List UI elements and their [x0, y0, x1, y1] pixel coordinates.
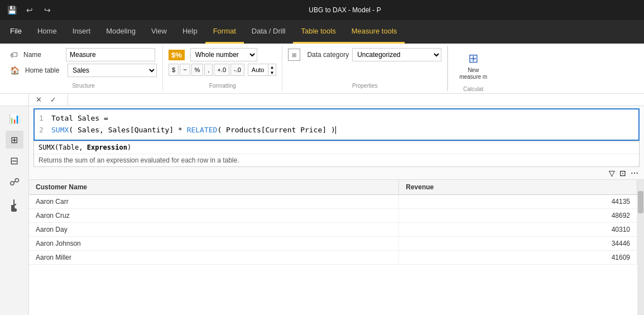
code-sumx: SUMX: [51, 126, 69, 134]
autocomplete-syntax: SUMX(Table, Expression): [34, 141, 639, 154]
expand-button[interactable]: ⊡: [619, 169, 626, 178]
spin-buttons: ▲ ▼: [268, 64, 276, 75]
name-input[interactable]: [66, 48, 155, 61]
new-measure-label: Newmeasure m: [459, 67, 487, 80]
sidebar-model-icon[interactable]: ⊟: [6, 152, 23, 170]
ribbon-group-structure: 🏷 Name 🏠 Home table Sales Structure: [4, 46, 163, 91]
col-revenue: Revenue: [399, 180, 637, 195]
spin-up-button[interactable]: ▲: [268, 64, 276, 70]
code-paren: ( Sales, Sales[Quantity] *: [69, 126, 186, 134]
menu-insert[interactable]: Insert: [65, 20, 99, 44]
undo-icon[interactable]: ↩: [25, 5, 35, 15]
properties-label: Properties: [288, 80, 441, 89]
autocomplete-popup: SUMX(Table, Expression) Returns the sum …: [33, 141, 640, 167]
format-type-row: $% Whole numberDecimal numberCurrencyPer…: [169, 48, 276, 61]
home-table-select[interactable]: Sales: [68, 64, 157, 77]
titlebar: 💾 ↩ ↪ UBG to DAX - Model - P: [0, 0, 644, 20]
table-toolbar: ▽ ⊡ ⋯: [29, 167, 644, 180]
customer-name-cell: Aaron Cruz: [29, 208, 399, 222]
formula-check-area: ✕ ✓: [29, 94, 68, 106]
new-measure-button[interactable]: ⊞ Newmeasure m: [454, 48, 493, 84]
table-row: Aaron Miller 41609: [29, 250, 637, 264]
tilde-button[interactable]: ~: [180, 64, 190, 76]
cancel-formula-button[interactable]: ✕: [32, 94, 45, 106]
left-sidebar: 📊 ⊞ ⊟ ☍: [0, 106, 29, 315]
editor-line-2: 2 SUMX( Sales, Sales[Quantity] * RELATED…: [39, 125, 634, 136]
menu-help[interactable]: Help: [175, 20, 205, 44]
customer-name-cell: Aaron Miller: [29, 250, 399, 264]
data-table-area: Customer Name Revenue Aaron Carr 44135 A…: [29, 180, 637, 315]
auto-spin-group: Auto ▲ ▼: [248, 64, 277, 76]
percent-button[interactable]: %: [191, 64, 204, 76]
autocomplete-func-name: SUMX(Table,: [39, 144, 87, 151]
menu-home[interactable]: Home: [30, 20, 65, 44]
decimal-inc-button[interactable]: +.0: [214, 64, 229, 76]
customer-name-cell: Aaron Day: [29, 222, 399, 236]
ribbon-group-formatting: $% Whole numberDecimal numberCurrencyPer…: [163, 46, 282, 91]
data-category-row: ⊞ Data category Uncategorized: [288, 48, 441, 61]
table-row: Aaron Carr 44135: [29, 194, 637, 208]
calculations-label: Calculat: [454, 84, 493, 92]
vertical-scrollbar[interactable]: [637, 180, 644, 315]
structure-label: Structure: [10, 80, 157, 89]
menu-data-drill[interactable]: Data / Drill: [244, 20, 294, 44]
dollar-button[interactable]: $: [169, 64, 179, 76]
sidebar-dax-icon[interactable]: ☍: [6, 173, 23, 191]
format-currency-icon: $%: [169, 50, 185, 60]
code-line-1: Total Sales =: [51, 113, 108, 125]
redo-icon[interactable]: ↪: [42, 5, 52, 15]
new-measure-icon: ⊞: [468, 51, 478, 66]
format-type-select[interactable]: Whole numberDecimal numberCurrencyPercen…: [190, 48, 257, 61]
home-table-label: Home table: [25, 66, 64, 74]
spin-down-button[interactable]: ▼: [268, 70, 276, 75]
more-options-button[interactable]: ⋯: [631, 169, 638, 178]
filter-button[interactable]: ▽: [609, 169, 615, 178]
revenue-cell: 41609: [399, 250, 637, 264]
menu-file[interactable]: File: [2, 20, 30, 44]
cursor-hand-icon: [6, 197, 23, 214]
auto-value: Auto: [248, 66, 268, 73]
formatting-controls: $% Whole numberDecimal numberCurrencyPer…: [169, 48, 276, 80]
save-icon[interactable]: 💾: [7, 5, 17, 15]
window-title: UBG to DAX - Model - P: [309, 6, 381, 14]
table-header-row: Customer Name Revenue: [29, 180, 637, 195]
structure-controls: 🏷 Name 🏠 Home table Sales: [10, 48, 157, 80]
menu-table-tools[interactable]: Table tools: [293, 20, 343, 44]
text-cursor: [335, 126, 336, 134]
decimal-dec-button[interactable]: -.0: [230, 64, 244, 76]
line-number-1: 1: [39, 113, 47, 125]
ribbon: 🏷 Name 🏠 Home table Sales Structure $% W…: [0, 44, 644, 94]
table-row: Aaron Day 40310: [29, 222, 637, 236]
home-table-icon: 🏠: [10, 66, 20, 75]
name-row: 🏷 Name: [10, 48, 157, 61]
code-related: RELATED: [187, 126, 218, 134]
ribbon-group-properties: ⊞ Data category Uncategorized Properties: [282, 46, 448, 91]
section-labels-bar: ✕ ✓: [0, 94, 644, 106]
sidebar-table-icon[interactable]: ⊞: [6, 131, 23, 149]
sidebar-spacer: [0, 94, 29, 106]
sidebar-report-icon[interactable]: 📊: [6, 109, 23, 127]
formula-editor[interactable]: 1 Total Sales = 2 SUMX( Sales, Sales[Qua…: [33, 108, 640, 141]
menu-modeling[interactable]: Modeling: [98, 20, 143, 44]
confirm-formula-button[interactable]: ✓: [47, 94, 59, 106]
menu-format[interactable]: Format: [205, 20, 244, 44]
data-category-label: Data category: [307, 51, 349, 59]
data-category-select[interactable]: Uncategorized: [352, 48, 441, 61]
content-area: 1 Total Sales = 2 SUMX( Sales, Sales[Qua…: [29, 106, 644, 315]
line-number-2: 2: [39, 125, 47, 136]
col-customer-name: Customer Name: [29, 180, 399, 195]
menu-view[interactable]: View: [143, 20, 175, 44]
scroll-thumb: [638, 191, 643, 213]
formatting-label: Formatting: [169, 80, 276, 89]
code-paren2: ( Products[Current Price] ): [217, 126, 335, 134]
menu-measure-tools[interactable]: Measure tools: [344, 20, 405, 44]
format-buttons-row: $ ~ % , +.0 -.0 Auto ▲ ▼: [169, 64, 276, 76]
autocomplete-bold-param: Expression: [87, 144, 127, 151]
comma-button[interactable]: ,: [204, 64, 213, 76]
data-category-icon: ⊞: [288, 49, 300, 61]
home-table-row: 🏠 Home table Sales: [10, 64, 157, 77]
autocomplete-close-paren: ): [127, 144, 131, 151]
menubar: File Home Insert Modeling View Help Form…: [0, 20, 644, 44]
customer-name-cell: Aaron Carr: [29, 194, 399, 208]
name-label: Name: [23, 51, 63, 59]
